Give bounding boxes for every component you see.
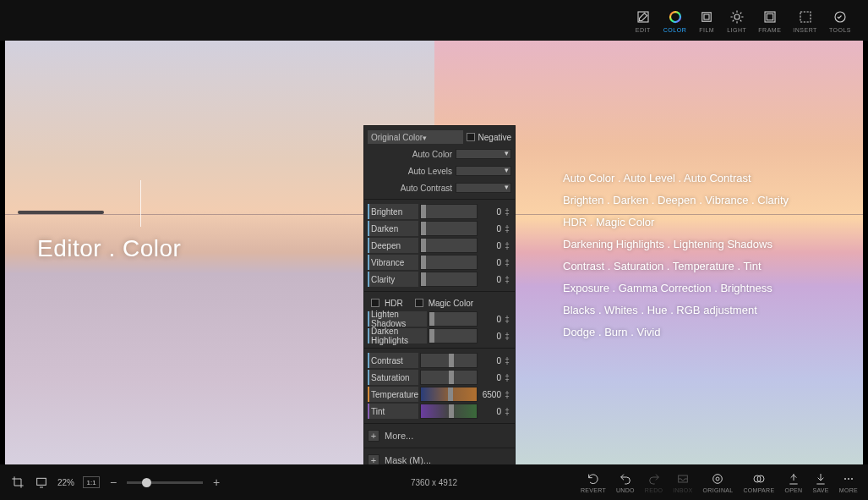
toolbar-light[interactable]: LIGHT — [727, 8, 746, 33]
slider-stepper[interactable] — [503, 407, 511, 416]
slider-stepper[interactable] — [503, 207, 511, 217]
feature-line: Brighten . Darken . Deepen . Vibrance . … — [563, 190, 789, 212]
undo-button[interactable]: UNDO — [616, 471, 635, 493]
toolbar-insert[interactable]: INSERT — [793, 8, 817, 33]
revert-button[interactable]: REVERT — [581, 471, 606, 493]
slider-stepper[interactable] — [503, 390, 511, 399]
slider-stepper[interactable] — [503, 332, 511, 341]
slider-value: 0 — [479, 356, 501, 365]
auto-levels-label: Auto Levels — [391, 167, 452, 176]
slider-label: Saturation — [368, 370, 418, 385]
hdr-checkbox[interactable] — [371, 299, 379, 307]
slider-track[interactable] — [420, 238, 478, 253]
slider-label: Clarity — [368, 272, 418, 287]
zoom-out-button[interactable]: − — [108, 475, 118, 489]
slider-lighten shadows: Lighten Shadows 0 — [368, 310, 511, 327]
button-label: INBOX — [673, 487, 692, 493]
zoom-in-button[interactable]: + — [211, 475, 221, 489]
feature-line: Exposure . Gamma Correction . Brightness — [563, 277, 789, 299]
slider-value: 0 — [479, 275, 501, 284]
button-label: ORIGINAL — [703, 487, 734, 493]
svg-point-12 — [716, 477, 719, 481]
slider-label: Brighten — [368, 204, 418, 219]
slider-label: Lighten Shadows — [368, 311, 427, 327]
plus-icon: + — [368, 430, 379, 442]
svg-rect-3 — [704, 14, 709, 19]
slider-value: 0 — [479, 373, 501, 382]
save-button[interactable]: SAVE — [812, 471, 828, 493]
slider-track[interactable] — [420, 353, 478, 368]
slider-track[interactable] — [429, 328, 478, 343]
insert-icon — [797, 8, 814, 25]
slider-track[interactable] — [420, 404, 478, 419]
toolbar-edit[interactable]: EDIT — [635, 8, 652, 33]
auto-color-dropdown[interactable] — [456, 149, 511, 159]
original-icon — [710, 471, 725, 486]
crop-icon[interactable] — [10, 475, 25, 490]
auto-contrast-dropdown[interactable] — [456, 183, 511, 193]
mask-label: Mask (M)... — [385, 455, 431, 464]
slider-value: 0 — [479, 332, 501, 341]
slider-stepper[interactable] — [503, 258, 511, 267]
more-button[interactable]: MORE — [839, 471, 858, 493]
slider-track[interactable] — [420, 255, 478, 270]
toolbar-tools[interactable]: TOOLS — [829, 8, 851, 33]
color-wheel-icon — [667, 8, 684, 25]
slider-stepper[interactable] — [503, 224, 511, 234]
more-button[interactable]: + More... — [368, 427, 511, 444]
slider-vibrance: Vibrance 0 — [368, 254, 511, 271]
slider-label: Darken — [368, 221, 418, 236]
auto-color-label: Auto Color — [391, 150, 452, 159]
auto-levels-dropdown[interactable] — [456, 166, 511, 176]
svg-point-11 — [713, 475, 723, 484]
slider-label: Vibrance — [368, 255, 418, 270]
slider-label: Contrast — [368, 353, 418, 368]
slider-stepper[interactable] — [503, 315, 511, 324]
zoom-slider[interactable] — [127, 481, 203, 484]
slider-label: Tint — [368, 404, 418, 419]
slider-stepper[interactable] — [503, 241, 511, 250]
slider-stepper[interactable] — [503, 356, 511, 365]
plus-icon: + — [368, 454, 379, 464]
slider-value: 0 — [479, 224, 501, 234]
feature-line: Blacks . Whites . Hue . RGB adjustment — [563, 299, 789, 321]
screen-icon[interactable] — [34, 475, 49, 490]
slider-track[interactable] — [420, 387, 478, 402]
toolbar-frame[interactable]: FRAME — [758, 8, 781, 33]
negative-checkbox[interactable] — [467, 133, 475, 141]
film-icon — [698, 8, 715, 25]
inbox-icon — [675, 471, 691, 486]
slider-track[interactable] — [420, 370, 478, 385]
toolbar-label: COLOR — [663, 27, 686, 33]
slider-stepper[interactable] — [503, 275, 511, 284]
slider-darken highlights: Darken Highlights 0 — [368, 327, 511, 344]
slider-stepper[interactable] — [503, 373, 511, 382]
slider-value: 0 — [479, 315, 501, 324]
image-canvas[interactable]: Editor . Color Auto Color . Auto Level .… — [5, 41, 863, 464]
fit-icon[interactable]: 1:1 — [83, 476, 100, 488]
button-label: REVERT — [581, 487, 606, 493]
bottom-toolbar: 22% 1:1 − + 7360 x 4912 REVERT UNDO REDO… — [0, 464, 868, 500]
compare-button[interactable]: COMPARE — [743, 471, 774, 493]
image-dimensions: 7360 x 4912 — [411, 478, 457, 487]
svg-rect-9 — [37, 478, 46, 485]
slider-track[interactable] — [429, 311, 478, 327]
slider-track[interactable] — [420, 221, 478, 236]
svg-rect-2 — [702, 12, 712, 21]
sun-icon — [729, 8, 745, 25]
color-mode-dropdown[interactable]: Original Color — [368, 130, 463, 144]
toolbar-color[interactable]: COLOR — [663, 8, 686, 33]
feature-line: HDR . Magic Color — [563, 212, 789, 234]
toolbar-label: EDIT — [636, 27, 651, 33]
button-label: OPEN — [784, 487, 802, 493]
magic-color-checkbox[interactable] — [415, 299, 423, 307]
original-button[interactable]: ORIGINAL — [703, 471, 734, 493]
frame-icon — [762, 8, 778, 25]
toolbar-film[interactable]: FILM — [698, 8, 715, 33]
open-button[interactable]: OPEN — [784, 471, 802, 493]
mask-button[interactable]: + Mask (M)... — [368, 452, 511, 464]
slider-track[interactable] — [420, 204, 478, 219]
feature-list: Auto Color . Auto Level . Auto Contrast … — [563, 168, 789, 343]
slider-track[interactable] — [420, 272, 478, 287]
slider-label: Temperature — [368, 387, 418, 402]
